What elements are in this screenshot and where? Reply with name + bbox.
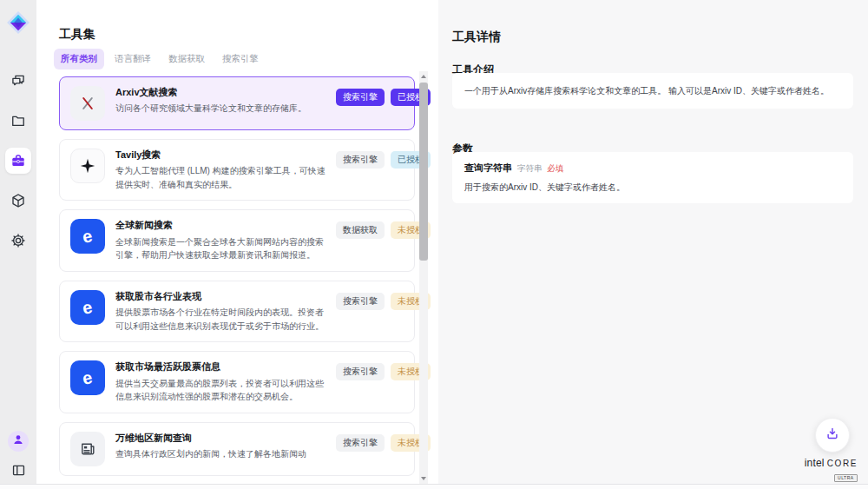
tool-card-text: Arxiv文献搜索 访问各个研究领域大量科学论文和文章的存储库。 bbox=[115, 86, 326, 121]
newspaper-icon bbox=[78, 439, 97, 459]
tool-list-panel: 工具集 所有类别 语言翻译 数据获取 搜索引擎 bbox=[36, 0, 438, 489]
category-badge: 搜索引擎 bbox=[336, 151, 385, 169]
toolbox-icon bbox=[10, 152, 27, 169]
core-wordmark: core bbox=[827, 459, 858, 468]
window-bottom-strip bbox=[0, 485, 868, 489]
tool-title: 全球新闻搜索 bbox=[115, 219, 326, 232]
user-icon bbox=[11, 433, 25, 450]
scroll-up-arrow-icon[interactable] bbox=[421, 75, 426, 78]
tool-title: 万维地区新闻查询 bbox=[115, 432, 326, 445]
brand-gem-logo bbox=[6, 10, 30, 35]
tool-card-text: 万维地区新闻查询 查询具体行政区划内的新闻，快速了解各地新闻动 bbox=[115, 432, 326, 466]
tool-card[interactable]: e 万维地区新闻查询 查询具体行政区划内的新闻，快速了解各地新闻动 搜索引擎 未… bbox=[59, 422, 415, 476]
scrollbar-thumb[interactable] bbox=[419, 83, 428, 261]
tool-badges: 搜索引擎 未授权 bbox=[336, 360, 431, 403]
folder-icon bbox=[10, 112, 27, 129]
tool-description: 提供当天交易量最高的股票列表，投资者可以利用这些信息来识别流动性强的股票和潜在的… bbox=[115, 377, 326, 404]
tool-card-text: 获取股市各行业表现 提供股票市场各个行业在特定时间段内的表现。投资者可以利用这些… bbox=[115, 290, 326, 333]
tool-detail-panel: 工具详情 工具介绍 一个用于从Arxiv存储库搜索科学论文和文章的工具。 输入可… bbox=[438, 0, 868, 489]
cube-icon bbox=[10, 192, 27, 209]
intro-card: 一个用于从Arxiv存储库搜索科学论文和文章的工具。 输入可以是Arxiv ID… bbox=[452, 73, 853, 109]
intro-text: 一个用于从Arxiv存储库搜索科学论文和文章的工具。 输入可以是Arxiv ID… bbox=[464, 84, 841, 97]
detail-title: 工具详情 bbox=[452, 30, 501, 45]
tool-card[interactable]: e Tavily搜索 专为人工智能代理 (LLM) 构建的搜索引擎工具，可快速提… bbox=[59, 139, 415, 201]
tool-icon: e bbox=[70, 290, 105, 325]
chat-icon bbox=[10, 72, 27, 89]
sidebar-item-chat[interactable] bbox=[5, 68, 31, 94]
tool-card-text: 全球新闻搜索 全球新闻搜索是一个聚合全球各大新闻网站内容的搜索引擎，帮助用户快速… bbox=[115, 219, 326, 261]
sidebar-nav bbox=[5, 68, 31, 254]
download-button[interactable] bbox=[815, 418, 850, 453]
collapse-sidebar-button[interactable] bbox=[8, 459, 29, 480]
tool-icon: e bbox=[70, 86, 105, 121]
param-card: 查询字符串 字符串 必填 用于搜索的Arxiv ID、关键字或作者姓名。 bbox=[452, 152, 853, 203]
tool-card-list: e Arxiv文献搜索 访问各个研究领域大量科学论文和文章的存储库。 搜索引擎 … bbox=[59, 76, 415, 476]
category-tab[interactable]: 所有类别 bbox=[54, 49, 104, 69]
tool-icon: e bbox=[70, 360, 105, 395]
category-tabs: 所有类别 语言翻译 数据获取 搜索引擎 bbox=[54, 49, 266, 69]
news-search-e-icon: e bbox=[81, 368, 94, 387]
list-scrollbar[interactable] bbox=[419, 71, 428, 484]
tool-card-text: Tavily搜索 专为人工智能代理 (LLM) 构建的搜索引擎工具，可快速提供实… bbox=[115, 149, 326, 191]
param-type: 字符串 bbox=[517, 163, 542, 175]
category-badge: 搜索引擎 bbox=[336, 363, 385, 380]
tool-icon: e bbox=[70, 432, 105, 466]
intel-core-logo: intel core ULTRA bbox=[805, 458, 858, 482]
category-badge: 搜索引擎 bbox=[336, 434, 385, 452]
tool-icon: e bbox=[70, 219, 105, 254]
tool-card[interactable]: e 获取股市各行业表现 提供股票市场各个行业在特定时间段内的表现。投资者可以利用… bbox=[59, 281, 415, 342]
sidebar-item-toolbox[interactable] bbox=[5, 148, 31, 174]
tavily-star-icon bbox=[78, 156, 97, 175]
ultra-badge: ULTRA bbox=[834, 474, 858, 482]
param-description: 用于搜索的Arxiv ID、关键字或作者姓名。 bbox=[464, 181, 841, 194]
page-title: 工具集 bbox=[59, 27, 95, 43]
tool-description: 专为人工智能代理 (LLM) 构建的搜索引擎工具，可快速提供实时、准确和真实的结… bbox=[115, 164, 326, 191]
tool-badges: 搜索引擎 未授权 bbox=[336, 432, 431, 466]
sidebar-item-models[interactable] bbox=[5, 188, 31, 214]
tool-card[interactable]: e 获取市场最活跃股票信息 提供当天交易量最高的股票列表，投资者可以利用这些信息… bbox=[59, 351, 415, 413]
category-badge: 搜索引擎 bbox=[336, 293, 385, 310]
category-tab[interactable]: 语言翻译 bbox=[108, 49, 158, 69]
category-tab[interactable]: 搜索引擎 bbox=[215, 49, 266, 69]
gear-icon bbox=[10, 232, 27, 249]
param-name: 查询字符串 bbox=[464, 162, 512, 175]
scroll-down-arrow-icon[interactable] bbox=[421, 477, 426, 480]
tool-card[interactable]: e 全球新闻搜索 全球新闻搜索是一个聚合全球各大新闻网站内容的搜索引擎，帮助用户… bbox=[59, 209, 415, 271]
tool-badges: 搜索引擎 未授权 bbox=[336, 290, 431, 333]
sidebar-item-files[interactable] bbox=[5, 108, 31, 134]
tool-badges: 搜索引擎 已授权 bbox=[336, 86, 431, 121]
arxiv-icon bbox=[78, 94, 97, 113]
layout-panel-icon bbox=[10, 462, 27, 479]
tool-description: 查询具体行政区划内的新闻，快速了解各地新闻动 bbox=[115, 447, 326, 461]
tool-card[interactable]: e Arxiv文献搜索 访问各个研究领域大量科学论文和文章的存储库。 搜索引擎 … bbox=[59, 76, 415, 130]
tool-badges: 数据获取 未授权 bbox=[336, 219, 431, 261]
download-icon bbox=[825, 426, 840, 445]
tool-card-text: 获取市场最活跃股票信息 提供当天交易量最高的股票列表，投资者可以利用这些信息来识… bbox=[115, 360, 326, 403]
tool-icon: e bbox=[70, 149, 105, 183]
tool-title: Tavily搜索 bbox=[115, 149, 326, 162]
news-search-e-icon: e bbox=[81, 298, 94, 317]
tool-description: 全球新闻搜索是一个聚合全球各大新闻网站内容的搜索引擎，帮助用户快速获取全球最新资… bbox=[115, 235, 326, 262]
sidebar bbox=[0, 0, 36, 489]
tool-description: 提供股票市场各个行业在特定时间段内的表现。投资者可以利用这些信息来识别表现优于或… bbox=[115, 306, 326, 333]
tool-description: 访问各个研究领域大量科学论文和文章的存储库。 bbox=[115, 102, 326, 116]
tool-title: Arxiv文献搜索 bbox=[115, 86, 326, 99]
sidebar-item-settings[interactable] bbox=[5, 228, 31, 254]
tool-badges: 搜索引擎 已授权 bbox=[336, 149, 431, 191]
category-badge: 搜索引擎 bbox=[336, 89, 385, 106]
param-header: 查询字符串 字符串 必填 bbox=[464, 162, 841, 175]
intel-wordmark: intel bbox=[805, 458, 825, 468]
sidebar-bottom bbox=[8, 431, 29, 480]
category-tab[interactable]: 数据获取 bbox=[161, 49, 212, 69]
user-avatar[interactable] bbox=[8, 431, 29, 452]
news-search-e-icon: e bbox=[81, 227, 94, 246]
param-required-flag: 必填 bbox=[548, 163, 564, 175]
tool-title: 获取市场最活跃股票信息 bbox=[115, 360, 326, 373]
category-badge: 数据获取 bbox=[336, 221, 385, 239]
tool-title: 获取股市各行业表现 bbox=[115, 290, 326, 303]
